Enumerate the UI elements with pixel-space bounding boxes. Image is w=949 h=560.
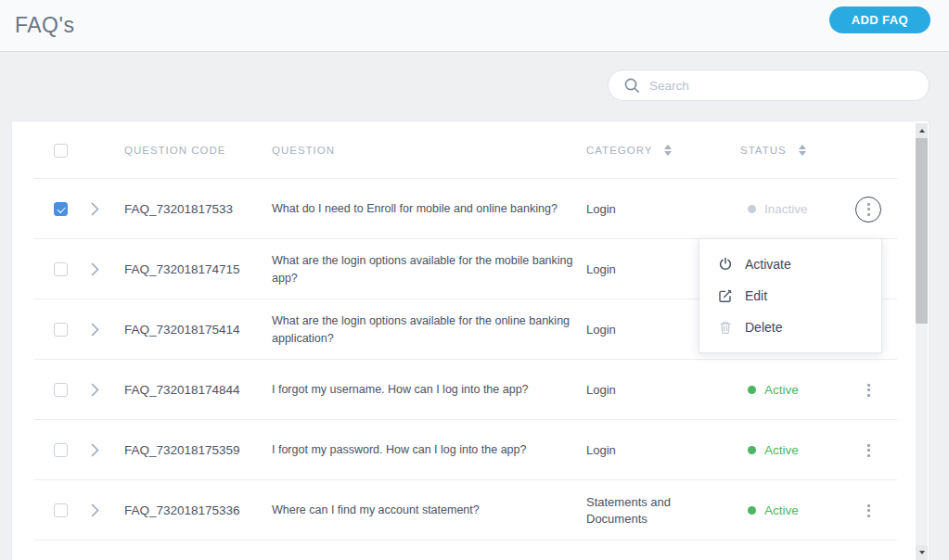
menu-item-label: Edit <box>745 288 767 303</box>
category-cell: Login <box>586 442 740 459</box>
row-checkbox[interactable] <box>54 202 68 216</box>
row-checkbox[interactable] <box>54 262 68 276</box>
table-row: FAQ_73201817533 What do I need to Enroll… <box>12 179 929 239</box>
row-menu-button[interactable] <box>855 197 881 223</box>
status-badge: Active <box>740 503 852 517</box>
edit-icon <box>717 288 733 303</box>
column-header-status: STATUS <box>740 145 787 156</box>
search-icon <box>623 77 640 94</box>
row-context-menu: Activate Edit Delete <box>699 238 882 353</box>
row-checkbox[interactable] <box>54 383 68 397</box>
row-checkbox[interactable] <box>54 443 68 457</box>
row-menu-button[interactable] <box>855 498 881 524</box>
column-header-category: CATEGORY <box>586 142 652 159</box>
table-header: QUESTION CODE QUESTION CATEGORY STATUS <box>12 121 929 179</box>
select-all-checkbox[interactable] <box>54 144 68 158</box>
question-code-cell: FAQ_732018175336 <box>124 503 272 517</box>
question-cell: I forgot my username. How can I log into… <box>272 381 586 399</box>
category-cell: Login <box>586 382 740 399</box>
table-scrollbar[interactable] <box>916 123 928 560</box>
status-dot-icon <box>748 386 756 394</box>
expand-chevron-icon[interactable] <box>90 383 103 397</box>
table-row: FAQ_732018175359 I forgot my password. H… <box>12 420 929 480</box>
status-dot-icon <box>748 205 756 213</box>
status-dot-icon <box>748 446 756 454</box>
add-faq-button[interactable]: ADD FAQ <box>829 6 930 33</box>
question-cell: What do I need to Enroll for mobile and … <box>272 200 586 218</box>
row-checkbox[interactable] <box>54 323 68 337</box>
table-row: FAQ_732018174844 I forgot my username. H… <box>12 360 929 420</box>
status-badge: Active <box>740 443 852 457</box>
expand-chevron-icon[interactable] <box>90 323 103 337</box>
scroll-down-button[interactable] <box>916 545 928 560</box>
power-icon <box>717 257 733 272</box>
menu-item-activate[interactable]: Activate <box>699 248 881 280</box>
table-row: FAQ_732018175336 Where can I find my acc… <box>12 480 929 541</box>
trash-icon <box>717 320 733 335</box>
expand-chevron-icon[interactable] <box>90 503 103 517</box>
question-code-cell: FAQ_732018175359 <box>124 443 272 457</box>
status-badge: Active <box>740 383 852 397</box>
scrollbar-thumb[interactable] <box>916 138 928 324</box>
question-cell: Where can I find my account statement? <box>272 502 586 519</box>
question-cell: What are the login options available for… <box>272 312 586 348</box>
topbar: FAQ's ADD FAQ <box>0 0 949 52</box>
sort-icon-status[interactable] <box>799 145 806 156</box>
status-label: Active <box>764 503 799 517</box>
status-label: Inactive <box>764 202 808 216</box>
row-menu-button[interactable] <box>855 377 881 403</box>
menu-item-label: Activate <box>745 257 791 272</box>
menu-item-edit[interactable]: Edit <box>699 280 881 312</box>
row-menu-button[interactable] <box>855 438 881 464</box>
status-badge: Inactive <box>740 202 852 216</box>
column-header-question: QUESTION <box>272 142 586 159</box>
menu-item-label: Delete <box>745 320 782 335</box>
menu-item-delete[interactable]: Delete <box>699 312 881 343</box>
question-cell: I forgot my password. How can I log into… <box>272 441 586 459</box>
expand-chevron-icon[interactable] <box>90 202 103 216</box>
question-cell: What are the login options available for… <box>272 252 586 287</box>
expand-chevron-icon[interactable] <box>90 443 103 457</box>
category-cell: Login <box>586 201 740 218</box>
status-label: Active <box>764 443 799 457</box>
category-cell: Statements and Documents <box>586 494 740 528</box>
column-header-question-code: QUESTION CODE <box>124 145 272 156</box>
search-input[interactable] <box>649 79 916 93</box>
question-code-cell: FAQ_732018174844 <box>124 383 272 397</box>
status-label: Active <box>764 383 799 397</box>
question-code-cell: FAQ_732018175414 <box>124 323 272 337</box>
table-body: FAQ_73201817533 What do I need to Enroll… <box>12 179 929 541</box>
status-dot-icon <box>748 506 756 515</box>
question-code-cell: FAQ_732018174715 <box>124 262 272 276</box>
expand-chevron-icon[interactable] <box>90 262 103 276</box>
scroll-up-button[interactable] <box>916 123 928 138</box>
scrollbar-track[interactable] <box>916 138 928 545</box>
sort-icon-category[interactable] <box>664 145 672 156</box>
page-title: FAQ's <box>15 13 74 38</box>
row-checkbox[interactable] <box>54 503 68 517</box>
search-box <box>608 70 930 101</box>
question-code-cell: FAQ_73201817533 <box>124 202 272 216</box>
